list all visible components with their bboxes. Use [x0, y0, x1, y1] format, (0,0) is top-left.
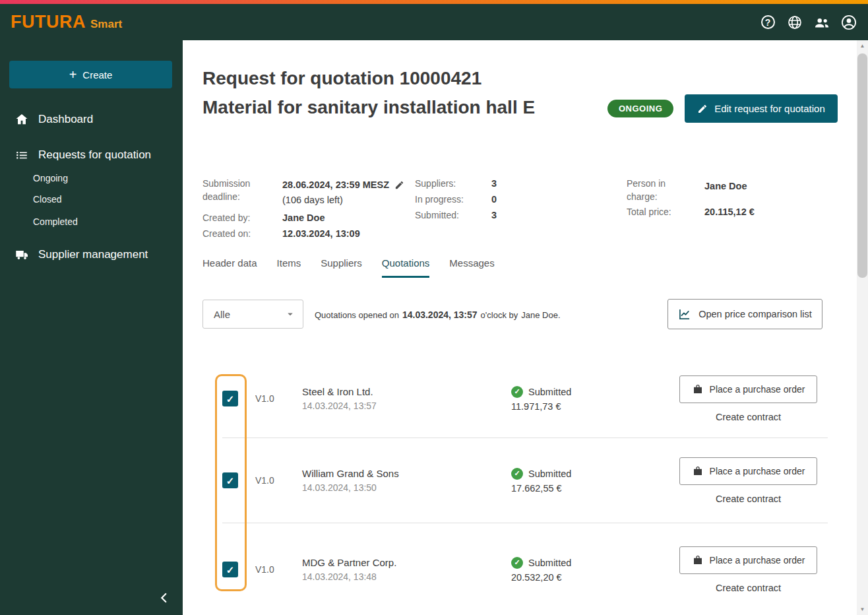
vertical-scrollbar[interactable]: ▲ ▼ — [857, 40, 868, 615]
supplier-name: William Grand & Sons — [302, 468, 487, 479]
place-purchase-order-label: Place a purchase order — [710, 555, 805, 566]
opened-datetime: 14.03.2024, 13:57 — [402, 309, 478, 320]
sidebar-item-requests-for-quotation[interactable]: Requests for quotation — [0, 143, 183, 167]
bag-icon — [692, 554, 704, 566]
sidebar-item-dashboard[interactable]: Dashboard — [0, 108, 183, 131]
created-by-value: Jane Doe — [282, 211, 325, 224]
account-icon[interactable] — [840, 14, 857, 31]
check-icon: ✓ — [226, 565, 235, 575]
submitted-label: Submitted: — [415, 209, 459, 222]
status-label: Submitted — [528, 387, 571, 397]
in-progress-value: 0 — [491, 193, 497, 206]
edit-deadline-icon[interactable] — [394, 180, 404, 190]
suppliers-value: 3 — [491, 177, 497, 190]
topbar: FUTURA Smart ? — [0, 4, 868, 40]
status-block: ✓ Submitted 20.532,20 € — [511, 557, 663, 583]
tab-messages[interactable]: Messages — [449, 257, 494, 278]
sidebar-item-closed[interactable]: Closed — [33, 190, 62, 209]
supplier-block: William Grand & Sons 14.03.2024, 13:50 — [302, 468, 487, 493]
supplier-name: MDG & Partner Corp. — [302, 557, 487, 568]
quotation-date: 14.03.2024, 13:50 — [302, 482, 487, 493]
scroll-up-arrow-icon[interactable]: ▲ — [857, 40, 868, 51]
tab-suppliers[interactable]: Suppliers — [321, 257, 362, 278]
opened-suffix: o'clock by — [481, 310, 518, 320]
edit-request-button[interactable]: Edit request for quotation — [685, 94, 838, 123]
tab-quotations[interactable]: Quotations — [382, 257, 430, 278]
list-icon — [15, 148, 29, 162]
sidebar-item-supplier-management[interactable]: Supplier management — [0, 243, 183, 267]
quotation-filter-select[interactable]: Alle — [202, 300, 303, 329]
check-icon: ✓ — [226, 476, 235, 486]
row-actions: Place a purchase order Create contract — [679, 375, 817, 422]
place-purchase-order-button[interactable]: Place a purchase order — [679, 546, 817, 574]
quotation-date: 14.03.2024, 13:57 — [302, 401, 487, 411]
home-icon — [15, 112, 29, 127]
brand-suffix: Smart — [90, 18, 122, 31]
quotation-price: 11.971,73 € — [511, 401, 663, 412]
users-icon[interactable] — [813, 14, 830, 31]
open-price-comparison-label: Open price comparison list — [698, 309, 812, 319]
quotation-row: ✓ V1.0 Steel & Iron Ltd. 14.03.2024, 13:… — [183, 360, 857, 437]
main-content: Request for quotation 10000421 Material … — [183, 40, 857, 615]
days-left: (106 days left) — [282, 193, 343, 207]
suppliers-label: Suppliers: — [415, 177, 456, 190]
row-checkbox[interactable]: ✓ — [222, 391, 238, 406]
status-label: Submitted — [528, 469, 571, 479]
place-purchase-order-label: Place a purchase order — [710, 466, 805, 476]
total-price-value: 20.115,12 € — [704, 205, 755, 218]
quotation-row: ✓ V1.0 William Grand & Sons 14.03.2024, … — [183, 438, 857, 523]
quotation-price: 17.662,55 € — [511, 483, 663, 494]
sidebar-item-ongoing[interactable]: Ongoing — [33, 169, 68, 187]
row-checkbox[interactable]: ✓ — [222, 472, 238, 488]
status-badge: ONGOING — [607, 100, 673, 117]
supplier-block: Steel & Iron Ltd. 14.03.2024, 13:57 — [302, 386, 487, 411]
sidebar-collapse-button[interactable] — [154, 589, 174, 609]
row-checkbox[interactable]: ✓ — [222, 562, 238, 577]
sidebar-item-label: Dashboard — [38, 113, 93, 126]
sidebar-item-completed[interactable]: Completed — [33, 212, 78, 231]
quotation-row: ✓ V1.0 MDG & Partner Corp. 14.03.2024, 1… — [183, 523, 857, 615]
quotation-version: V1.0 — [255, 475, 288, 486]
person-in-charge-label: Person in charge: — [627, 177, 681, 203]
tab-items[interactable]: Items — [277, 257, 301, 278]
chevron-down-icon — [284, 308, 296, 320]
quotation-version: V1.0 — [255, 564, 288, 575]
create-contract-button[interactable]: Create contract — [716, 412, 781, 422]
check-icon: ✓ — [226, 394, 235, 404]
chart-icon — [678, 308, 691, 321]
supplier-name: Steel & Iron Ltd. — [302, 386, 487, 397]
scroll-down-arrow-icon[interactable]: ▼ — [857, 604, 868, 615]
bag-icon — [692, 383, 704, 395]
open-price-comparison-button[interactable]: Open price comparison list — [667, 299, 822, 329]
submitted-check-icon: ✓ — [511, 468, 523, 480]
submitted-check-icon: ✓ — [511, 557, 523, 569]
status-label: Submitted — [528, 558, 571, 568]
created-on-label: Created on: — [202, 227, 251, 240]
scrollbar-thumb[interactable] — [857, 53, 867, 278]
place-purchase-order-button[interactable]: Place a purchase order — [679, 375, 817, 403]
created-by-label: Created by: — [202, 211, 250, 224]
row-actions: Place a purchase order Create contract — [679, 546, 817, 593]
create-button[interactable]: + Create — [9, 61, 172, 88]
submitted-value: 3 — [491, 209, 497, 222]
tab-header-data[interactable]: Header data — [202, 257, 257, 278]
quotations-opened-info: Quotations opened on 14.03.2024, 13:57 o… — [315, 309, 561, 320]
quotation-price: 20.532,20 € — [511, 572, 663, 583]
globe-icon[interactable] — [786, 14, 803, 31]
create-contract-button[interactable]: Create contract — [716, 494, 781, 504]
opened-prefix: Quotations opened on — [315, 310, 399, 320]
edit-request-label: Edit request for quotation — [714, 103, 825, 114]
help-icon[interactable]: ? — [759, 14, 776, 31]
brand-logo[interactable]: FUTURA Smart — [11, 12, 122, 32]
create-contract-button[interactable]: Create contract — [716, 583, 781, 593]
opened-by: Jane Doe. — [521, 310, 560, 320]
chevron-left-icon — [157, 591, 171, 608]
in-progress-label: In progress: — [415, 193, 464, 206]
topbar-icon-group: ? — [759, 14, 857, 31]
bag-icon — [692, 465, 704, 477]
place-purchase-order-button[interactable]: Place a purchase order — [679, 457, 817, 485]
status-block: ✓ Submitted 11.971,73 € — [511, 386, 663, 412]
pencil-icon — [697, 104, 708, 114]
truck-icon — [15, 247, 29, 262]
page-subtitle: Material for sanitary installation hall … — [202, 97, 535, 118]
